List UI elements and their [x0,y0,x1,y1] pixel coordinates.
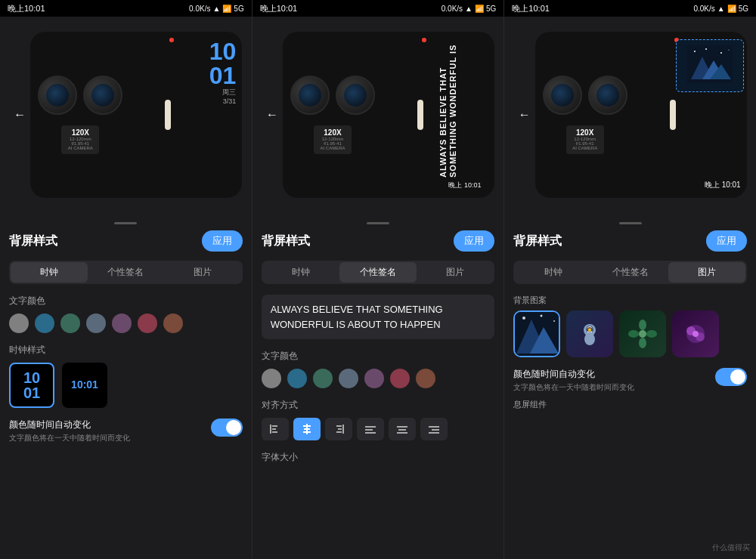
color-brown-2[interactable] [416,369,435,388]
color-rose[interactable] [138,313,157,333]
settings-title-3: 背屏样式 [513,233,562,249]
apply-button-1[interactable]: 应用 [202,230,243,252]
color-blue[interactable] [35,313,54,333]
bg-image-mountain[interactable] [513,310,560,357]
tab-clock-2[interactable]: 时钟 [263,262,340,283]
align-right-top[interactable] [325,418,352,440]
panel-image: 晚上10:01 0.0K/s ▲ 📶 5G ← 120X [504,0,756,559]
toggle-switch-1[interactable] [211,418,243,437]
tab-bar-3: 时钟 个性签名 图片 [513,261,747,284]
clock-hour-1: 10 [209,39,237,63]
svg-rect-11 [336,431,342,433]
abstract-scene [672,310,719,357]
back-button-2[interactable]: ← [262,107,283,123]
apply-button-2[interactable]: 应用 [454,230,494,252]
signal-icon-1: ▲ [212,5,220,13]
color-row-2 [262,369,495,388]
main-lens-2 [83,76,122,115]
color-purple-2[interactable] [364,369,384,388]
tab-clock-1[interactable]: 时钟 [11,262,88,283]
lens-row-top-2 [290,76,375,115]
main-container: 晚上10:01 0.0K/s ▲ 📶 5G ← [0,0,756,559]
camera-body-1: 120X 12-120mm f/1.95-41 AI CAMERA 10 01 … [30,32,242,198]
color-rose-2[interactable] [390,369,410,388]
bg-image-flower[interactable] [619,310,666,357]
tab-image-1[interactable]: 图片 [164,262,241,283]
tab-bar-1: 时钟 个性签名 图片 [9,261,243,284]
main-lens-5 [543,76,582,115]
scroll-indicator-1 [114,222,137,224]
wifi-icon-2: 📶 [475,5,484,13]
battery-bar-1 [165,100,171,130]
svg-rect-0 [270,425,271,434]
text-input-2[interactable]: ALWAYS BELIEVE THAT SOMETHING WONDERFUL … [262,295,495,339]
svg-point-32 [522,317,525,320]
toggle-info-1: 颜色随时间自动变化 文字颜色将在一天中随着时间而变化 [9,418,130,443]
tab-image-2[interactable]: 图片 [417,262,494,283]
image-display-3 [676,39,744,92]
status-right-3: 0.0K/s ▲ 📶 5G [693,5,748,13]
phone-preview-1: ← 120X 12-120mm f/1.95-41 AI CAMERA [0,17,252,213]
toggle-row-1: 颜色随时间自动变化 文字颜色将在一天中随着时间而变化 [9,418,243,443]
bg-image-abstract[interactable] [672,310,719,357]
color-slate-2[interactable] [339,369,358,388]
tab-clock-3[interactable]: 时钟 [515,262,592,283]
align-left-bottom[interactable] [357,418,384,440]
wifi-icon-3: 📶 [727,5,736,13]
color-label-1: 文字颜色 [9,295,243,307]
lens-row-top [38,76,122,115]
color-slate[interactable] [86,313,106,333]
color-purple[interactable] [112,313,132,333]
font-size-label-2: 字体大小 [262,451,495,464]
back-button-3[interactable]: ← [514,107,535,123]
align-center-bottom[interactable] [389,418,416,440]
network-speed-2: 0.0K/s [442,5,463,13]
toggle-row-3: 颜色随时间自动变化 文字颜色将在一天中随着时间而变化 [513,368,747,393]
svg-rect-2 [272,428,276,430]
color-brown[interactable] [163,313,183,333]
svg-point-34 [553,320,555,322]
signal-icon-2: ▲ [465,5,472,13]
status-bar-1: 晚上10:01 0.0K/s ▲ 📶 5G [0,0,252,17]
color-gray[interactable] [9,313,29,333]
color-teal-2[interactable] [313,369,333,388]
align-right-bottom[interactable] [420,418,448,440]
status-bar-3: 晚上10:01 0.0K/s ▲ 📶 5G [504,0,756,17]
toggle-switch-3[interactable] [715,368,747,386]
wifi-icon-1: 📶 [222,5,231,13]
tab-signature-1[interactable]: 个性签名 [88,262,165,283]
settings-area-1: 背屏样式 应用 时钟 个性签名 图片 文字颜色 时钟样式 [0,213,252,559]
back-button-1[interactable]: ← [9,107,30,123]
svg-point-39 [639,330,646,338]
clock-style-digital[interactable]: 10 01 [9,363,54,408]
align-label-2: 对齐方式 [262,399,495,412]
network-speed-3: 0.0K/s [693,5,714,13]
clock-style-colon[interactable]: 10:01 [62,363,107,408]
tab-signature-2[interactable]: 个性签名 [339,262,417,283]
align-left-top[interactable] [262,418,289,440]
color-label-2: 文字颜色 [262,350,495,363]
color-row-1 [9,313,243,333]
color-gray-2[interactable] [262,369,281,388]
apply-button-3[interactable]: 应用 [706,230,747,252]
red-dot-1 [169,38,174,42]
settings-header-2: 背屏样式 应用 [262,230,495,252]
svg-rect-8 [342,425,344,434]
tab-signature-3[interactable]: 个性签名 [592,262,669,283]
align-center-middle[interactable] [293,418,321,440]
svg-point-28 [728,50,729,51]
network-type-3: 5G [739,5,748,13]
svg-rect-3 [272,431,277,433]
tab-image-3[interactable]: 图片 [668,262,745,283]
color-teal[interactable] [60,313,80,333]
phone-preview-3: ← 120X 12-120mm f/1.95-41 AI CAMERA [504,17,756,213]
settings-header-1: 背屏样式 应用 [9,230,243,252]
toggle-title-3: 颜色随时间自动变化 [513,368,634,381]
bg-image-astronaut[interactable]: 👨‍🚀 [566,310,613,357]
camera-lenses-1: 120X 12-120mm f/1.95-41 AI CAMERA [38,76,122,154]
signal-icon-3: ▲ [717,5,725,13]
color-blue-2[interactable] [287,369,307,388]
svg-point-26 [705,48,707,50]
clock-style-label-1: 时钟样式 [9,344,243,357]
toggle-sub-1: 文字颜色将在一天中随着时间而变化 [9,433,130,443]
